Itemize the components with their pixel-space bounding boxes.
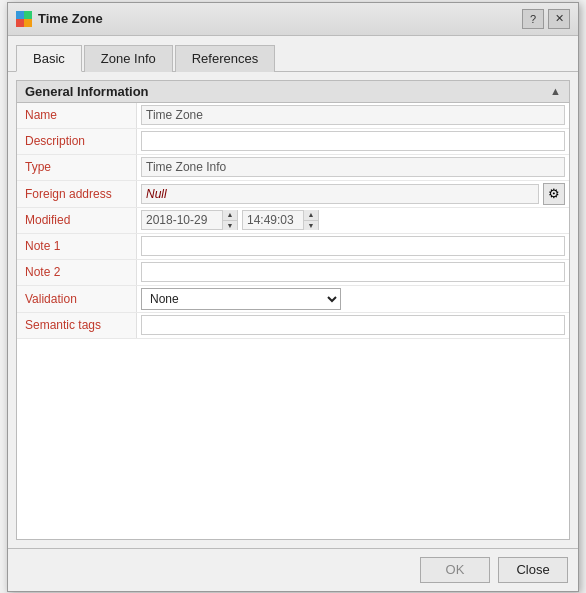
foreign-address-field: ⚙: [137, 181, 569, 207]
close-window-button[interactable]: ✕: [548, 9, 570, 29]
tab-content: General Information ▲ Name Description T: [8, 72, 578, 548]
modified-field: ▲ ▼ ▲ ▼: [137, 208, 569, 232]
date-spin-down-button[interactable]: ▼: [223, 221, 237, 231]
section-title: General Information: [25, 84, 149, 99]
name-input[interactable]: [141, 105, 565, 125]
close-button[interactable]: Close: [498, 557, 568, 583]
type-label: Type: [17, 155, 137, 180]
date-input-wrap: ▲ ▼: [141, 210, 238, 230]
description-field: [137, 129, 569, 153]
time-input[interactable]: [243, 212, 303, 228]
form-area: Name Description Type Fore: [16, 103, 570, 540]
note2-row: Note 2: [17, 260, 569, 286]
validation-row: Validation None Required Optional: [17, 286, 569, 313]
date-input[interactable]: [142, 212, 222, 228]
svg-rect-1: [24, 11, 32, 19]
note2-input[interactable]: [141, 262, 565, 282]
name-label: Name: [17, 103, 137, 128]
note2-field: [137, 260, 569, 284]
empty-space: [17, 339, 569, 539]
foreign-address-gear-button[interactable]: ⚙: [543, 183, 565, 205]
note2-label: Note 2: [17, 260, 137, 285]
gear-icon: ⚙: [548, 186, 560, 201]
type-row: Type: [17, 155, 569, 181]
semantic-tags-field: [137, 313, 569, 337]
title-bar-left: Time Zone: [16, 11, 103, 27]
collapse-arrow-icon: ▲: [550, 85, 561, 97]
tab-zone-info[interactable]: Zone Info: [84, 45, 173, 72]
note1-row: Note 1: [17, 234, 569, 260]
semantic-tags-input[interactable]: [141, 315, 565, 335]
description-label: Description: [17, 129, 137, 154]
svg-rect-3: [24, 19, 32, 27]
general-info-section-header[interactable]: General Information ▲: [16, 80, 570, 103]
modified-label: Modified: [17, 208, 137, 233]
tab-basic[interactable]: Basic: [16, 45, 82, 72]
foreign-address-label: Foreign address: [17, 181, 137, 207]
validation-label: Validation: [17, 286, 137, 312]
modified-row: Modified ▲ ▼ ▲: [17, 208, 569, 234]
svg-rect-0: [16, 19, 24, 27]
help-button[interactable]: ?: [522, 9, 544, 29]
note1-label: Note 1: [17, 234, 137, 259]
validation-field: None Required Optional: [137, 286, 569, 312]
note1-field: [137, 234, 569, 258]
foreign-address-input[interactable]: [141, 184, 539, 204]
tab-references[interactable]: References: [175, 45, 275, 72]
description-input[interactable]: [141, 131, 565, 151]
time-spin-down-button[interactable]: ▼: [304, 221, 318, 231]
name-row: Name: [17, 103, 569, 129]
date-spinner: ▲ ▼: [222, 210, 237, 230]
validation-select[interactable]: None Required Optional: [141, 288, 341, 310]
note1-input[interactable]: [141, 236, 565, 256]
title-bar-controls: ? ✕: [522, 9, 570, 29]
main-window: Time Zone ? ✕ Basic Zone Info References…: [7, 2, 579, 592]
type-input[interactable]: [141, 157, 565, 177]
tabs-container: Basic Zone Info References: [8, 36, 578, 72]
date-time-row: ▲ ▼ ▲ ▼: [141, 210, 319, 230]
name-field: [137, 103, 569, 127]
footer: OK Close: [8, 548, 578, 591]
type-field: [137, 155, 569, 179]
window-title: Time Zone: [38, 11, 103, 26]
time-spinner: ▲ ▼: [303, 210, 318, 230]
foreign-address-row: Foreign address ⚙: [17, 181, 569, 208]
description-row: Description: [17, 129, 569, 155]
semantic-tags-label: Semantic tags: [17, 313, 137, 338]
title-bar: Time Zone ? ✕: [8, 3, 578, 36]
app-icon: [16, 11, 32, 27]
time-input-wrap: ▲ ▼: [242, 210, 319, 230]
date-spin-up-button[interactable]: ▲: [223, 210, 237, 221]
svg-rect-2: [16, 11, 24, 19]
ok-button[interactable]: OK: [420, 557, 490, 583]
time-spin-up-button[interactable]: ▲: [304, 210, 318, 221]
semantic-tags-row: Semantic tags: [17, 313, 569, 339]
